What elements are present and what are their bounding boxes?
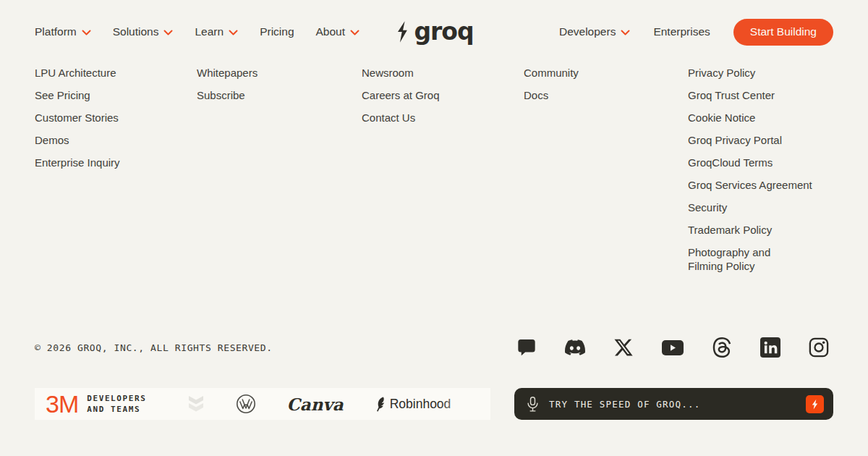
footer-link-contact-us[interactable]: Contact Us: [362, 111, 415, 124]
start-building-button[interactable]: Start Building: [733, 19, 833, 46]
footer-link-careers[interactable]: Careers at Groq: [362, 88, 440, 102]
nav-item-label: Platform: [35, 25, 77, 38]
riot-fist-icon: [481, 397, 490, 411]
footer-link-columns: LPU Architecture See Pricing Customer St…: [35, 66, 833, 282]
footer-column-resources: Whitepapers Subscribe: [197, 66, 362, 282]
social-links: [516, 337, 829, 358]
nav-item-label: Developers: [559, 25, 616, 38]
lightning-bolt-icon: [394, 20, 410, 44]
customer-logos: Canva Robinhood RIO GA: [187, 394, 490, 414]
chat-icon[interactable]: [516, 337, 537, 358]
footer-link-security[interactable]: Security: [688, 200, 727, 214]
footer-link-demos[interactable]: Demos: [35, 133, 69, 147]
instagram-icon[interactable]: [809, 337, 829, 358]
footer-link-photography-policy[interactable]: Photography and Filming Policy: [688, 245, 796, 273]
developer-count: 3M: [46, 389, 78, 418]
developer-count-label: DEVELOPERS AND TEAMS: [87, 393, 146, 415]
nav-item-about[interactable]: About: [316, 25, 360, 38]
footer-link-services-agreement[interactable]: Groq Services Agreement: [688, 178, 812, 192]
voice-bar-placeholder: TRY THE SPEED OF GROQ...: [549, 399, 806, 410]
groq-wordmark: groq: [414, 17, 473, 46]
footer-link-cookie-notice[interactable]: Cookie Notice: [688, 111, 755, 124]
footer-link-groqcloud-terms[interactable]: GroqCloud Terms: [688, 156, 773, 169]
nav-right-group: Developers Enterprises Start Building: [559, 19, 833, 46]
nav-item-label: Solutions: [113, 25, 159, 38]
volkswagen-logo: [236, 394, 256, 414]
top-navigation: Platform Solutions Learn Pricing About g…: [0, 0, 868, 64]
footer-link-newsroom[interactable]: Newsroom: [362, 66, 414, 80]
copyright-text: © 2026 GROQ, INC., ALL RIGHTS RESERVED.: [35, 342, 273, 353]
nav-item-label: Learn: [195, 25, 224, 38]
footer-link-privacy-portal[interactable]: Groq Privacy Portal: [688, 133, 782, 147]
youtube-icon[interactable]: [662, 340, 684, 355]
chevron-down-icon: [621, 30, 630, 35]
footer-column-developers: Community Docs: [524, 66, 688, 282]
try-groq-voice-bar[interactable]: TRY THE SPEED OF GROQ...: [514, 388, 833, 420]
footer-link-whitepapers[interactable]: Whitepapers: [197, 66, 258, 80]
nav-item-enterprises[interactable]: Enterprises: [653, 25, 710, 38]
footer-link-see-pricing[interactable]: See Pricing: [35, 88, 90, 102]
canva-logo: Canva: [286, 394, 343, 414]
riot-games-logo: RIO GA: [481, 397, 490, 411]
footer-link-privacy-policy[interactable]: Privacy Policy: [688, 66, 755, 80]
footer-bottom-row: © 2026 GROQ, INC., ALL RIGHTS RESERVED.: [35, 334, 829, 360]
nav-item-platform[interactable]: Platform: [35, 25, 91, 38]
footer-link-trademark-policy[interactable]: Trademark Policy: [688, 223, 772, 237]
nav-item-label: About: [316, 25, 346, 38]
lightning-bolt-icon: [811, 399, 819, 410]
nav-item-label: Enterprises: [653, 25, 710, 38]
bottom-strips: 3M DEVELOPERS AND TEAMS Canva Robinhood …: [35, 388, 833, 420]
nav-item-learn[interactable]: Learn: [195, 25, 238, 38]
footer-column-company: Newsroom Careers at Groq Contact Us: [362, 66, 524, 282]
chevron-logo: [187, 394, 205, 414]
nav-item-label: Pricing: [260, 25, 294, 38]
robinhood-feather-icon: [374, 397, 386, 412]
footer-link-community[interactable]: Community: [524, 66, 579, 80]
customer-logo-ticker: 3M DEVELOPERS AND TEAMS Canva Robinhood …: [35, 388, 490, 420]
nav-item-pricing[interactable]: Pricing: [260, 25, 294, 38]
footer-link-enterprise-inquiry[interactable]: Enterprise Inquiry: [35, 156, 120, 169]
x-icon[interactable]: [613, 337, 634, 358]
threads-icon[interactable]: [712, 337, 732, 358]
footer-link-docs[interactable]: Docs: [524, 88, 548, 102]
footer-link-lpu-architecture[interactable]: LPU Architecture: [35, 66, 116, 80]
groq-logo[interactable]: groq: [394, 17, 473, 46]
footer-link-trust-center[interactable]: Groq Trust Center: [688, 88, 775, 102]
footer-link-subscribe[interactable]: Subscribe: [197, 88, 245, 102]
robinhood-logo: Robinhood: [374, 397, 451, 412]
voice-submit-button[interactable]: [806, 395, 824, 413]
footer-link-customer-stories[interactable]: Customer Stories: [35, 111, 119, 124]
footer-column-platform: LPU Architecture See Pricing Customer St…: [35, 66, 197, 282]
footer-column-legal: Privacy Policy Groq Trust Center Cookie …: [688, 66, 833, 282]
nav-left-group: Platform Solutions Learn Pricing About: [35, 25, 359, 38]
chevron-down-icon: [229, 30, 238, 35]
discord-icon[interactable]: [565, 337, 585, 358]
chevron-down-icon: [350, 30, 359, 35]
microphone-icon[interactable]: [527, 396, 539, 413]
chevron-down-icon: [82, 30, 91, 35]
nav-item-solutions[interactable]: Solutions: [113, 25, 174, 38]
nav-item-developers[interactable]: Developers: [559, 25, 630, 38]
linkedin-icon[interactable]: [760, 337, 780, 358]
chevron-down-icon: [163, 30, 173, 35]
